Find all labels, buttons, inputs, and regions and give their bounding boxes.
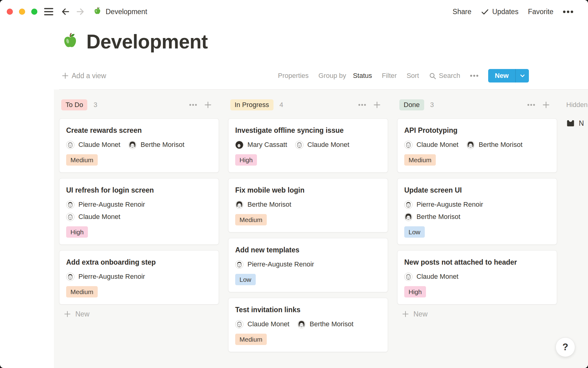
card-new-posts-not-attached-to-header[interactable]: New posts not attached to headerClaude M…	[397, 250, 557, 305]
column-count: 4	[280, 101, 283, 109]
assignee-name: Berthe Morisot	[417, 213, 460, 221]
assignee-pierre-auguste-renoir: Pierre-Auguste Renoir	[66, 273, 145, 281]
assignee-name: Claude Monet	[247, 320, 289, 328]
card-update-screen-ui[interactable]: Update screen UIPierre-Auguste RenoirBer…	[397, 178, 557, 245]
card-assignees: Berthe Morisot	[235, 201, 381, 209]
assignee-berthe-morisot: Berthe Morisot	[128, 141, 184, 149]
titlebar: Development Share Updates Favorite	[0, 0, 588, 23]
card-create-rewards-screen[interactable]: Create rewards screenClaude MonetBerthe …	[59, 118, 219, 173]
column-add-icon[interactable]	[373, 101, 381, 109]
traffic-light-zoom[interactable]	[31, 9, 37, 15]
card-add-new-templates[interactable]: Add new templatesPierre-Auguste RenoirLo…	[228, 238, 388, 292]
card-assignees: Claude MonetBerthe Morisot	[235, 320, 381, 328]
assignee-berthe-morisot: Berthe Morisot	[404, 213, 460, 221]
column-new-button[interactable]: New	[401, 310, 428, 318]
card-title: New posts not attached to header	[404, 258, 550, 267]
column-more-icon[interactable]	[358, 104, 366, 106]
priority-pill: Medium	[66, 286, 98, 297]
assignee-name: Claude Monet	[78, 213, 120, 221]
assignee-berthe-morisot: Berthe Morisot	[466, 141, 522, 149]
assignee-berthe-morisot: Berthe Morisot	[297, 320, 353, 328]
new-label: New	[75, 310, 89, 318]
card-fix-mobile-web-login[interactable]: Fix mobile web loginBerthe MorisotMedium	[228, 178, 388, 232]
column-more-icon[interactable]	[527, 104, 535, 106]
updates-button[interactable]: Updates	[481, 8, 518, 16]
traffic-light-minimize[interactable]	[19, 9, 25, 15]
assignee-name: Berthe Morisot	[479, 141, 522, 149]
search-button[interactable]: Search	[429, 72, 460, 80]
assignee-name: Claude Monet	[307, 141, 349, 149]
new-label: New	[413, 310, 428, 318]
priority-pill: Low	[235, 274, 256, 285]
column-new-button[interactable]: New	[63, 310, 89, 318]
card-test-invitation-links[interactable]: Test invitation linksClaude MonetBerthe …	[228, 298, 388, 352]
sort-button[interactable]: Sort	[407, 72, 419, 80]
filter-button[interactable]: Filter	[382, 72, 397, 80]
menu-icon[interactable]	[44, 8, 53, 15]
hidden-group-item[interactable]: N	[566, 119, 588, 128]
more-options-icon[interactable]	[563, 10, 573, 13]
assignee-pierre-auguste-renoir: Pierre-Auguste Renoir	[66, 201, 145, 209]
new-dropdown-button[interactable]	[515, 69, 529, 82]
toolbar-more-icon[interactable]	[470, 75, 478, 77]
column-title-pill[interactable]: Done	[399, 99, 424, 110]
card-ui-refresh-for-login-screen[interactable]: UI refresh for login screenPierre-August…	[59, 178, 219, 245]
assignee-mary-cassatt: Mary Cassatt	[235, 141, 287, 149]
forward-arrow-icon[interactable]	[75, 7, 85, 17]
assignee-claude-monet: Claude Monet	[404, 273, 458, 281]
assignee-name: Claude Monet	[417, 273, 458, 281]
avatar-claude-monet	[235, 320, 243, 328]
avatar-pierre-auguste-renoir	[235, 260, 243, 269]
priority-pill: Low	[404, 226, 425, 238]
priority-pill: Medium	[66, 154, 98, 166]
column-add-icon[interactable]	[204, 101, 212, 109]
share-button[interactable]: Share	[453, 8, 471, 16]
group-by-button[interactable]: Group by Status	[318, 72, 372, 80]
assignee-name: Claude Monet	[417, 141, 458, 149]
card-investigate-offline-syncing-issue[interactable]: Investigate offline syncing issueMary Ca…	[228, 118, 388, 173]
board: To Do3Create rewards screenClaude MonetB…	[54, 90, 588, 368]
column-more-icon[interactable]	[189, 104, 197, 106]
assignee-pierre-auguste-renoir: Pierre-Auguste Renoir	[404, 201, 483, 209]
avatar-claude-monet	[295, 141, 303, 149]
card-api-prototyping[interactable]: API PrototypingClaude MonetBerthe Moriso…	[397, 118, 557, 173]
avatar-pierre-auguste-renoir	[66, 273, 74, 281]
avatar-berthe-morisot	[297, 320, 306, 328]
help-button[interactable]: ?	[556, 337, 575, 357]
add-view-button[interactable]: Add a view	[61, 72, 106, 80]
back-arrow-icon[interactable]	[61, 7, 70, 17]
assignee-name: Claude Monet	[78, 141, 120, 149]
chevron-down-icon	[519, 72, 526, 79]
column-count: 3	[430, 101, 434, 109]
new-button[interactable]: New	[488, 69, 515, 82]
traffic-light-close[interactable]	[7, 9, 13, 15]
assignee-pierre-auguste-renoir: Pierre-Auguste Renoir	[235, 260, 314, 269]
column-add-icon[interactable]	[542, 101, 550, 109]
card-assignees: Pierre-Auguste RenoirClaude Monet	[66, 201, 212, 221]
new-split-button: New	[488, 69, 529, 82]
assignee-name: Pierre-Auguste Renoir	[247, 260, 314, 268]
avatar-claude-monet	[66, 213, 74, 221]
priority-pill: High	[66, 226, 88, 238]
column-count: 3	[93, 101, 97, 109]
app-window: Development Share Updates Favorite Devel…	[0, 0, 588, 368]
properties-button[interactable]: Properties	[278, 72, 309, 80]
column-header-to-do: To Do3	[59, 99, 219, 110]
card-add-extra-onboarding-step[interactable]: Add extra onboarding stepPierre-Auguste …	[59, 250, 219, 305]
page-icon-small	[93, 7, 102, 17]
assignee-claude-monet: Claude Monet	[295, 141, 349, 149]
priority-pill: Medium	[235, 334, 267, 345]
column-title-pill[interactable]: In Progress	[230, 99, 273, 110]
card-title: API Prototyping	[404, 126, 550, 135]
assignee-claude-monet: Claude Monet	[66, 141, 120, 149]
avatar-berthe-morisot	[404, 213, 413, 221]
favorite-button[interactable]: Favorite	[528, 8, 553, 16]
assignee-name: Mary Cassatt	[247, 141, 287, 149]
column-title-pill[interactable]: To Do	[61, 99, 87, 110]
card-title: Create rewards screen	[66, 126, 212, 135]
page-title[interactable]: Development	[86, 30, 208, 53]
hidden-group-label: N	[579, 119, 584, 128]
card-title: Test invitation links	[235, 305, 381, 315]
page-icon[interactable]	[61, 32, 79, 51]
priority-pill: High	[235, 154, 257, 166]
